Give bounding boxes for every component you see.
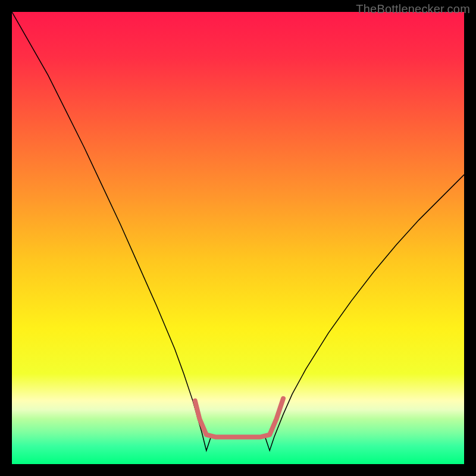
watermark-text: TheBottlenecker.com — [356, 2, 470, 16]
chart-background — [12, 12, 464, 464]
bottleneck-chart — [12, 12, 464, 464]
